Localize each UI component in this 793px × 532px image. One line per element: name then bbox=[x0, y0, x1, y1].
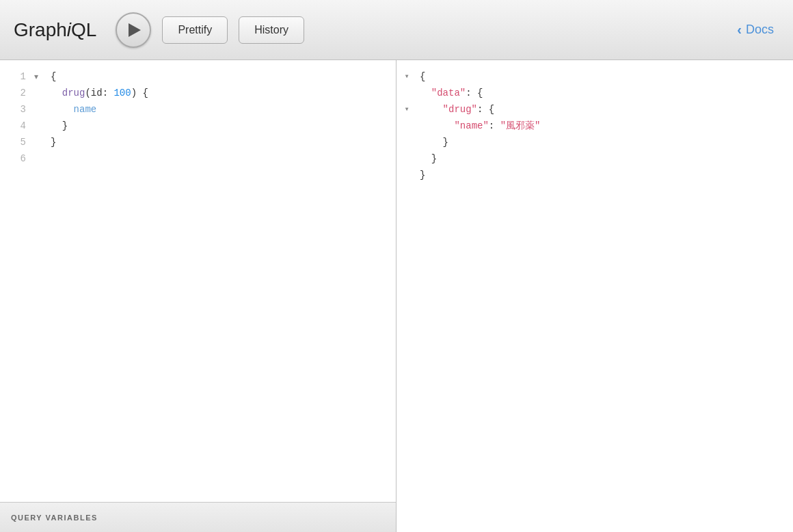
play-icon bbox=[129, 23, 141, 37]
code-close-inner: } bbox=[51, 120, 68, 131]
query-variables-bar[interactable]: QUERY VARIABLES bbox=[0, 502, 396, 532]
line-num-6: 6 bbox=[0, 150, 34, 167]
history-button[interactable]: History bbox=[239, 16, 304, 44]
line-num-5: 5 bbox=[0, 134, 34, 150]
docs-label: Docs bbox=[746, 23, 774, 37]
code-line-1: { bbox=[51, 71, 56, 82]
result-gutter: ▾ ▾ bbox=[396, 68, 417, 532]
fold-space-3 bbox=[34, 101, 45, 118]
code-number-100: 100 bbox=[113, 88, 131, 98]
fold-space-5 bbox=[34, 134, 45, 150]
result-json: { "data": { "drug": { "name": "風邪薬" } } … bbox=[417, 68, 793, 532]
line-numbers: 1 2 3 4 5 6 bbox=[0, 60, 34, 502]
result-fold-1[interactable]: ▾ bbox=[396, 68, 417, 85]
result-key-drug: "drug" bbox=[443, 104, 477, 115]
main-area: 1 2 3 4 5 6 ▾ { drug(id: 100) { name } } bbox=[0, 60, 793, 532]
result-fold-3[interactable]: ▾ bbox=[396, 101, 417, 118]
query-editor-panel: 1 2 3 4 5 6 ▾ { drug(id: 100) { name } } bbox=[0, 60, 396, 532]
line-num-3: 3 bbox=[0, 101, 34, 118]
code-field-name: name bbox=[51, 104, 96, 115]
result-area: ▾ ▾ { "data": { "drug": { "name": "風邪薬" … bbox=[396, 60, 793, 532]
prettify-button[interactable]: Prettify bbox=[162, 16, 228, 44]
query-variables-label: QUERY VARIABLES bbox=[11, 514, 98, 522]
query-code[interactable]: { drug(id: 100) { name } } bbox=[45, 60, 396, 502]
docs-button[interactable]: ‹ Docs bbox=[737, 22, 774, 38]
result-key-name: "name" bbox=[454, 120, 488, 131]
chevron-left-icon: ‹ bbox=[737, 22, 742, 38]
result-value-name: "風邪薬" bbox=[500, 120, 541, 131]
fold-space-6 bbox=[34, 150, 45, 167]
line-num-1: 1 bbox=[0, 68, 34, 85]
fold-space-2 bbox=[34, 85, 45, 101]
run-button[interactable] bbox=[116, 12, 151, 48]
fold-space-4 bbox=[34, 118, 45, 134]
fold-gutter: ▾ bbox=[34, 60, 45, 502]
toolbar: GraphiQL Prettify History ‹ Docs bbox=[0, 0, 793, 60]
code-keyword-drug: drug bbox=[51, 88, 85, 98]
result-panel: ▾ ▾ { "data": { "drug": { "name": "風邪薬" … bbox=[396, 60, 793, 532]
editor-area[interactable]: 1 2 3 4 5 6 ▾ { drug(id: 100) { name } } bbox=[0, 60, 396, 502]
line-num-2: 2 bbox=[0, 85, 34, 101]
code-close-outer: } bbox=[51, 137, 56, 148]
line-num-4: 4 bbox=[0, 118, 34, 134]
app-logo: GraphiQL bbox=[14, 19, 96, 41]
fold-arrow-1[interactable]: ▾ bbox=[34, 68, 45, 85]
result-key-data: "data" bbox=[431, 88, 466, 98]
